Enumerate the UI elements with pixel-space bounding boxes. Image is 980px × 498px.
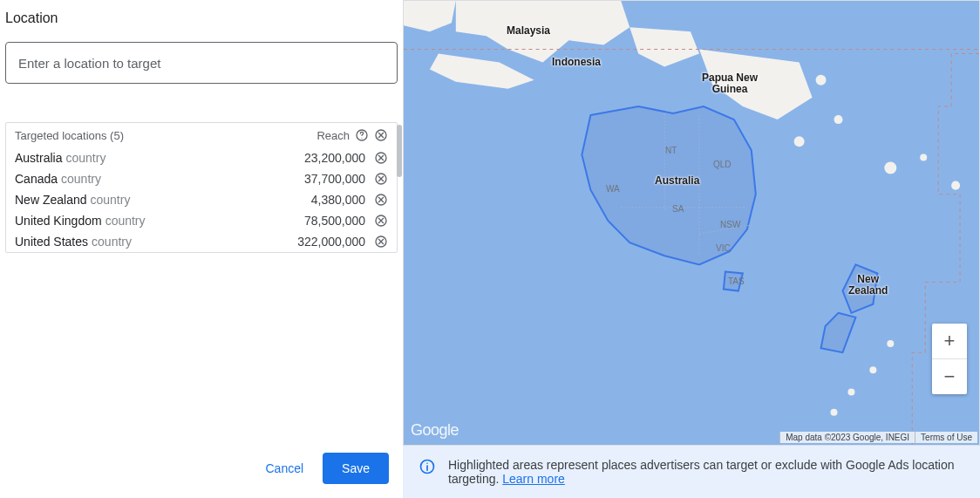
svg-point-12 [920,153,927,160]
map-region-wa: WA [606,184,620,194]
map-terms-link[interactable]: Terms of Use [915,432,977,443]
zoom-in-button[interactable]: + [932,324,967,358]
map-region-qld: QLD [713,160,732,169]
save-button[interactable]: Save [323,453,389,484]
location-name: United States [15,235,88,249]
location-reach: 23,200,000 [304,151,365,165]
location-panel: Location Targeted locations (5) Reach [0,0,403,498]
location-name: New Zealand [15,193,87,207]
svg-point-11 [884,161,896,174]
location-reach: 37,700,000 [304,172,365,186]
location-reach: 78,500,000 [304,214,365,228]
scrollbar[interactable] [397,125,402,177]
svg-point-17 [831,409,838,416]
map[interactable]: Malaysia Indonesia Papua New Guinea Aust… [403,0,980,446]
svg-point-16 [847,388,854,395]
table-row: United Statescountry 322,000,000 [6,231,397,252]
svg-point-1 [361,138,362,139]
learn-more-link[interactable]: Learn more [502,472,565,486]
remove-all-icon[interactable] [374,128,388,142]
google-watermark: Google [411,421,459,440]
map-panel: Malaysia Indonesia Papua New Guinea Aust… [403,0,980,498]
location-search-input[interactable] [5,42,398,84]
map-label-nz: New Zealand [848,274,888,297]
remove-location-icon[interactable] [374,193,388,207]
table-row: New Zealandcountry 4,380,000 [6,189,397,210]
info-banner: Highlighted areas represent places adver… [403,446,980,498]
section-title: Location [0,0,403,42]
location-name: Canada [15,172,58,186]
location-reach: 4,380,000 [311,193,365,207]
svg-point-10 [794,136,805,147]
map-data-attrib: Map data ©2023 Google, INEGI [779,432,915,443]
svg-point-13 [951,181,960,190]
svg-point-8 [816,75,827,85]
targeted-locations-header: Targeted locations (5) Reach [6,123,397,147]
map-region-sa: SA [672,204,684,214]
location-type: country [65,151,105,165]
location-name: Australia [15,151,62,165]
info-text-wrap: Highlighted areas represent places adver… [448,458,964,486]
svg-point-15 [869,366,876,373]
remove-location-icon[interactable] [374,235,388,249]
help-icon[interactable] [355,128,369,142]
remove-location-icon[interactable] [374,151,388,165]
zoom-out-button[interactable]: − [932,359,967,394]
location-reach: 322,000,000 [297,235,365,249]
zoom-controls: + − [932,324,967,394]
map-label-indonesia: Indonesia [552,57,601,68]
targeted-count-label: Targeted locations (5) [15,129,124,142]
table-row: United Kingdomcountry 78,500,000 [6,210,397,231]
map-region-tas: TAS [728,276,745,286]
remove-location-icon[interactable] [374,214,388,228]
map-label-malaysia: Malaysia [507,25,550,37]
map-region-vic: VIC [716,243,731,253]
map-region-nt: NT [665,146,677,155]
svg-point-14 [887,340,894,347]
map-label-png: Papua New Guinea [702,72,758,95]
map-attribution: Map data ©2023 Google, INEGI Terms of Us… [779,432,977,443]
info-icon [419,458,436,475]
reach-column-label: Reach [316,129,350,142]
cancel-button[interactable]: Cancel [262,454,307,482]
map-label-australia: Australia [655,175,699,187]
location-type: country [92,235,132,249]
remove-location-icon[interactable] [374,172,388,186]
table-row: Australiacountry 23,200,000 [6,147,397,168]
location-type: country [105,214,146,228]
svg-point-9 [834,115,843,124]
table-row: Canadacountry 37,700,000 [6,168,397,189]
svg-point-20 [426,462,428,464]
search-wrap [0,42,403,84]
map-region-nsw: NSW [720,220,740,229]
location-type: country [91,193,131,207]
location-type: country [61,172,101,186]
targeted-locations-card: Targeted locations (5) Reach Australiaco… [5,122,398,253]
location-name: United Kingdom [15,214,102,228]
footer-actions: Cancel Save [262,453,389,484]
